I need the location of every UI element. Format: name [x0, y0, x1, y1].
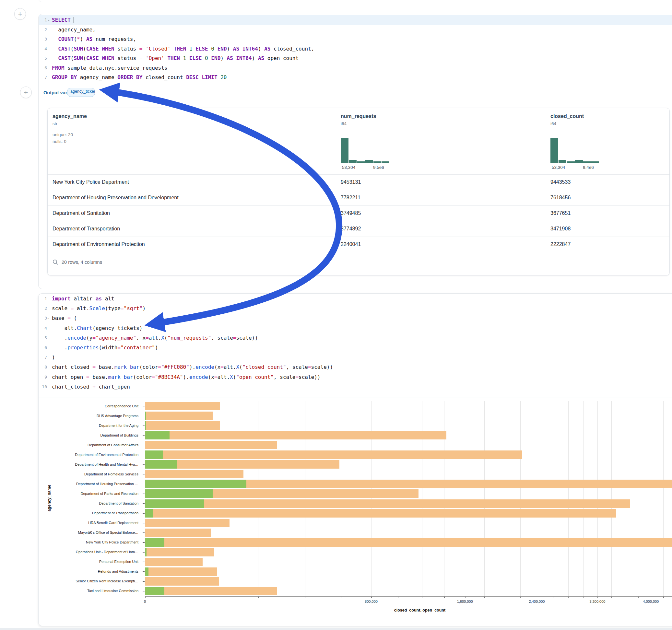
open-count-bar	[145, 421, 146, 430]
y-axis-label: Department of Homeless Services	[41, 472, 142, 476]
x-axis-line	[145, 596, 672, 597]
add-cell-button-middle[interactable]: +	[20, 87, 32, 98]
column-name: closed_count	[550, 114, 584, 119]
code-line-6[interactable]: 6 .properties(width="container")	[39, 343, 672, 353]
add-cell-button-top[interactable]: +	[14, 8, 26, 20]
closed-count-bar	[145, 451, 522, 459]
y-axis-label: Refunds and Adjustments	[41, 570, 142, 573]
closed-count-bar	[145, 519, 230, 527]
code-line-10[interactable]: 10chart_closed + chart_open	[39, 382, 672, 392]
table-footer-text: 20 rows, 4 columns	[62, 260, 102, 265]
gridline	[465, 401, 465, 596]
code-line-1[interactable]: 1›SELECT	[39, 15, 672, 25]
y-axis-tick	[143, 542, 145, 543]
gridline	[258, 401, 258, 596]
code-line-3[interactable]: 3 COUNT(*) AS num_requests,	[39, 34, 672, 44]
y-axis-tick	[143, 445, 145, 445]
y-axis-tick	[143, 426, 145, 426]
column-stat: nulls: 0	[52, 138, 87, 145]
code-line-9[interactable]: 9chart_open = base.mark_bar(color="#8BC3…	[39, 372, 672, 382]
code-line-7[interactable]: 7GROUP BY agency_name ORDER BY closed_co…	[39, 73, 672, 82]
open-count-bar	[145, 500, 204, 508]
histogram-bar	[374, 162, 381, 163]
y-axis-tick	[143, 571, 145, 572]
code-line-3[interactable]: 3›base = (	[39, 313, 672, 323]
x-axis-tick	[371, 597, 372, 598]
gridline	[537, 401, 537, 596]
x-axis-tick	[444, 597, 445, 598]
code-line-2[interactable]: 2scale = alt.Scale(type="sqrt")	[39, 304, 672, 313]
gridline	[625, 401, 625, 596]
fold-chevron-icon[interactable]: ›	[44, 20, 53, 21]
closed-count-bar	[145, 412, 213, 420]
code-line-7[interactable]: 7)	[39, 353, 672, 362]
gridline	[371, 401, 371, 596]
closed-count-bar	[145, 421, 220, 430]
x-axis-tick	[484, 597, 485, 598]
sql-code-editor[interactable]: 1›SELECT 2 agency_name,3 COUNT(*) AS num…	[39, 15, 672, 82]
y-axis-tick	[143, 532, 145, 533]
y-axis-tick	[143, 523, 145, 524]
line-number: 2	[39, 304, 47, 313]
y-axis-tick	[143, 464, 145, 465]
code-line-5[interactable]: 5 .encode(y="agency_name", x=alt.X("num_…	[39, 333, 672, 343]
table-cell: 3677651	[550, 210, 571, 216]
x-axis-tick	[568, 597, 569, 598]
output-variable-badge[interactable]: agency_tickets	[67, 88, 95, 97]
y-axis-label: Operations Unit - Department of Hom…	[41, 550, 142, 554]
code-line-4[interactable]: 4 CAST(SUM(CASE WHEN status = 'Closed' T…	[39, 44, 672, 54]
gridline	[583, 401, 583, 596]
search-icon[interactable]	[52, 259, 58, 265]
line-number: 10	[39, 382, 47, 392]
fold-chevron-icon[interactable]: ›	[44, 318, 53, 319]
x-axis-tick	[638, 597, 639, 598]
x-axis-tick-label: 3,200,000	[583, 600, 612, 603]
histogram-bar	[567, 162, 574, 163]
code-line-1[interactable]: 1import altair as alt	[39, 294, 672, 304]
gridline	[651, 401, 651, 596]
output-variable-row: Output variable: agency_tickets	[39, 84, 672, 103]
histogram-min-label: 53,304	[552, 165, 565, 170]
x-axis-tick	[465, 597, 465, 598]
histogram-num_requests	[341, 138, 389, 163]
gridline	[663, 401, 664, 596]
column-header-agency_name[interactable]: agency_namestrunique: 20nulls: 0	[52, 114, 87, 145]
code-line-6[interactable]: 6FROM sample_data.nyc.service_requests	[39, 63, 672, 73]
histogram-bar	[365, 160, 373, 163]
y-axis-tick	[143, 513, 145, 514]
table-row: Department of Transportation377489234719…	[48, 221, 669, 237]
y-axis-tick	[143, 406, 145, 407]
gridline	[520, 401, 521, 596]
x-axis-tick	[145, 597, 146, 598]
x-axis-tick	[258, 597, 259, 598]
line-number: 6	[39, 343, 47, 353]
code-line-5[interactable]: 5 CAST(SUM(CASE WHEN status = 'Open' THE…	[39, 53, 672, 63]
column-header-closed_count[interactable]: closed_counti64	[550, 114, 584, 126]
x-axis-tick	[503, 597, 503, 598]
python-code-editor[interactable]: 1import altair as alt2scale = alt.Scale(…	[39, 294, 672, 392]
code-line-8[interactable]: 8chart_closed = base.mark_bar(color="#FF…	[39, 362, 672, 372]
gridline	[422, 401, 423, 596]
column-header-num_requests[interactable]: num_requestsi64	[341, 114, 376, 126]
line-number: 5	[39, 53, 47, 63]
gridline	[503, 401, 503, 596]
y-axis-label: DHS Advantage Programs	[41, 414, 142, 418]
closed-count-bar	[145, 509, 616, 517]
table-cell: Department of Housing Preservation and D…	[52, 195, 178, 201]
x-axis-tick-label: 1,600,000	[450, 600, 479, 603]
gridline	[398, 401, 398, 596]
y-axis-tick	[143, 416, 145, 416]
chart-y-axis-title: agency_name	[47, 466, 51, 531]
y-axis-label: Department of Housing Preservation …	[41, 482, 142, 486]
line-number: 3	[39, 34, 47, 44]
histogram-max-label: 9.4e6	[583, 165, 594, 170]
x-axis-tick	[553, 597, 553, 598]
open-count-bar	[145, 509, 153, 517]
closed-count-bar	[145, 538, 672, 547]
closed-count-bar	[145, 548, 214, 556]
x-axis-tick	[625, 597, 626, 598]
code-line-4[interactable]: 4 alt.Chart(agency_tickets)	[39, 323, 672, 333]
y-axis-tick	[143, 552, 145, 553]
closed-count-bar	[145, 441, 277, 449]
code-line-2[interactable]: 2 agency_name,	[39, 25, 672, 35]
